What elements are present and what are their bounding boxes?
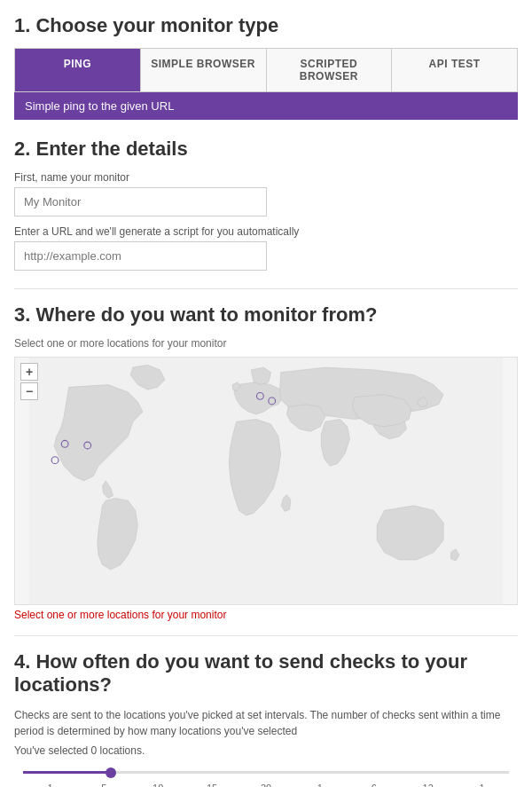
section3-subtitle: Select one or more locations for your mo… [14, 337, 518, 350]
section4-title: 4. How often do you want to send checks … [14, 650, 518, 696]
map-svg [15, 358, 517, 604]
section2-title: 2. Enter the details [14, 138, 518, 161]
slider-fill [23, 771, 111, 774]
slider-thumb[interactable] [106, 767, 116, 778]
divider-3-4 [14, 635, 518, 636]
section4: 4. How often do you want to send checks … [14, 650, 518, 787]
map-error-message: Select one or more locations for your mo… [14, 609, 518, 621]
slider-labels: 1 min 5 min 10 min 15 min 30 min [23, 783, 509, 787]
slider-label-1min: 1 min [23, 783, 77, 787]
divider-2-3 [14, 288, 518, 289]
zoom-out-button[interactable]: − [20, 382, 38, 400]
world-map[interactable]: + − [14, 357, 518, 605]
interval-slider-wrapper: 1 min 5 min 10 min 15 min 30 min [14, 771, 518, 787]
slider-label-15min: 15 min [185, 783, 239, 787]
monitor-name-input[interactable] [14, 187, 267, 216]
tab-ping[interactable]: PING [15, 49, 141, 91]
url-label: Enter a URL and we'll generate a script … [14, 225, 518, 238]
tab-api-test[interactable]: API TEST [392, 49, 517, 91]
monitor-type-tabs: PING SIMPLE BROWSER SCRIPTED BROWSER API… [14, 48, 518, 92]
slider-label-30min: 30 min [239, 783, 293, 787]
zoom-controls: + − [20, 363, 38, 400]
monitor-url-input[interactable] [14, 241, 267, 271]
tab-scripted-browser[interactable]: SCRIPTED BROWSER [267, 49, 393, 91]
slider-label-12hr: 12 hr [401, 783, 455, 787]
zoom-in-button[interactable]: + [20, 363, 38, 381]
section4-description: Checks are sent to the locations you've … [14, 707, 518, 739]
slider-label-5min: 5 min [77, 783, 131, 787]
slider-label-6hr: 6 hr [347, 783, 401, 787]
section2: 2. Enter the details First, name your mo… [14, 138, 518, 271]
tab-simple-browser[interactable]: SIMPLE BROWSER [141, 49, 267, 91]
section3-title: 3. Where do you want to monitor from? [14, 303, 518, 327]
slider-track[interactable] [23, 771, 509, 774]
slider-label-10min: 10 min [131, 783, 185, 787]
slider-label-1hr: 1 hr [293, 783, 347, 787]
tab-description: Simple ping to the given URL [14, 92, 518, 120]
section1-title: 1. Choose your monitor type [14, 14, 518, 37]
name-label: First, name your monitor [14, 171, 518, 184]
section3: 3. Where do you want to monitor from? Se… [14, 303, 518, 621]
slider-label-1day: 1 day [455, 783, 509, 787]
locations-selected-text: You've selected 0 locations. [14, 744, 518, 757]
